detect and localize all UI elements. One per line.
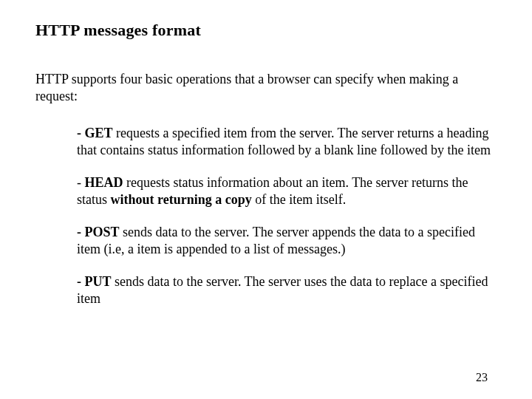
operation-head-emph: without returning a copy	[111, 192, 252, 207]
slide: HTTP messages format HTTP supports four …	[0, 0, 532, 399]
operations-list: - GET requests a specified item from the…	[35, 125, 497, 307]
operation-post-lead: - POST	[77, 225, 120, 239]
operation-head-prefix: -	[77, 175, 85, 190]
page-number: 23	[476, 371, 488, 384]
operation-post-text: sends data to the server. The server app…	[77, 225, 475, 256]
intro-paragraph: HTTP supports four basic operations that…	[35, 71, 497, 104]
operation-head: - HEAD requests status information about…	[77, 174, 497, 208]
operation-post: - POST sends data to the server. The ser…	[77, 224, 497, 257]
operation-get-text: requests a specified item from the serve…	[77, 126, 491, 157]
operation-get: - GET requests a specified item from the…	[77, 125, 497, 158]
operation-put-lead: - PUT	[77, 274, 112, 289]
slide-title: HTTP messages format	[35, 21, 497, 40]
operation-put: - PUT sends data to the server. The serv…	[77, 273, 497, 307]
operation-get-lead: - GET	[77, 126, 113, 140]
operation-head-tail: of the item itself.	[252, 192, 346, 207]
operation-head-lead: HEAD	[85, 175, 123, 190]
operation-put-text: sends data to the server. The server use…	[77, 274, 488, 306]
